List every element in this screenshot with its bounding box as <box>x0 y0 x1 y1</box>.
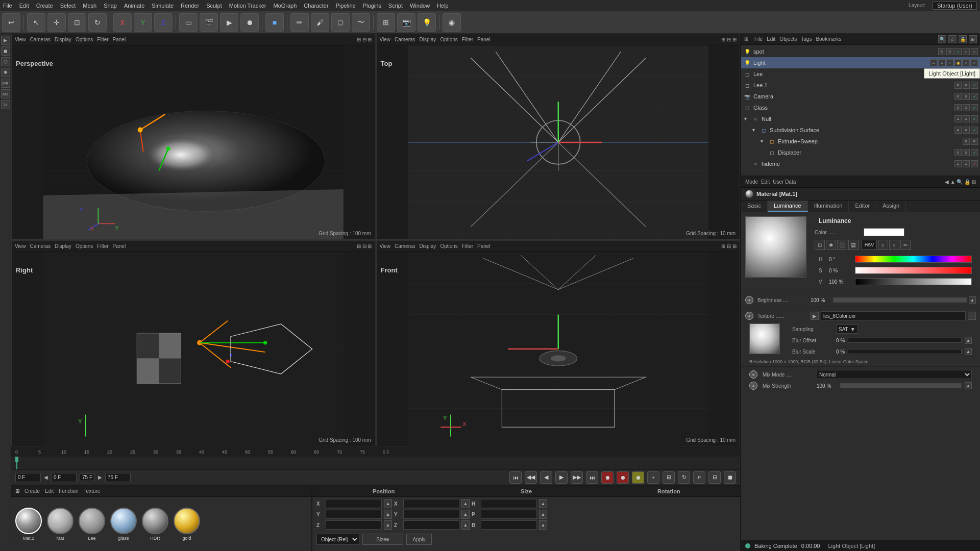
menu-edit[interactable]: Edit <box>19 3 29 9</box>
mix-strength-toggle[interactable]: ● <box>749 382 757 390</box>
obj-lee1[interactable]: ◻ Lee.1 ≡ ≡ ✓ <box>741 80 980 91</box>
tl-btn-extra2[interactable]: ⊞ <box>663 471 675 484</box>
tl-btn-grid[interactable]: ⊟ <box>708 471 721 484</box>
hideme-flag3[interactable]: ✗ <box>971 160 978 167</box>
blur-offset-slider[interactable] <box>848 338 962 343</box>
spot-flag5[interactable]: ○ <box>971 48 978 55</box>
vp-front-options[interactable]: Options <box>440 243 457 249</box>
x-pos-up[interactable]: ▲ <box>384 499 392 508</box>
start-frame-input[interactable] <box>15 473 41 482</box>
obj-camera[interactable]: 📷 Camera ≡ ≡ ✓ <box>741 91 980 102</box>
light-flag5[interactable]: ○ <box>963 59 970 66</box>
menu-motion-tracker[interactable]: Motion Tracker <box>229 3 266 9</box>
h-rot-up[interactable]: ▲ <box>539 499 547 508</box>
glass-flag1[interactable]: ≡ <box>954 104 962 111</box>
obj-expand-btn[interactable]: ⊞ <box>969 35 977 43</box>
timeline-track[interactable] <box>11 457 740 469</box>
mat-menu-create[interactable]: Create <box>24 488 40 494</box>
spot-flag3[interactable]: ✓ <box>954 48 962 55</box>
vp-front-display[interactable]: Display <box>420 243 436 249</box>
menu-sculpt[interactable]: Sculpt <box>206 3 222 9</box>
null-flag2[interactable]: ≡ <box>963 115 970 122</box>
color-tool-4[interactable]: 🖼 <box>848 240 859 250</box>
spot-flag1[interactable]: ≡ <box>938 48 945 55</box>
obj-glass[interactable]: ◻ Glass ≡ ≡ ✓ <box>741 102 980 113</box>
end-frame-input[interactable] <box>105 473 131 482</box>
cube-view[interactable]: ■ <box>265 13 284 32</box>
material-lee[interactable]: Lee <box>79 508 105 541</box>
y-pos-input[interactable]: 54.792 mm <box>326 510 382 519</box>
viewport-right[interactable]: View Cameras Display Options Filter Pane… <box>11 240 376 446</box>
brush-tool[interactable]: 🖌 <box>311 13 329 32</box>
light-tool[interactable]: 💡 <box>418 13 436 32</box>
viewport-perspective[interactable]: View Cameras Display Options Filter Pane… <box>11 34 376 240</box>
sidebar-btn-1[interactable]: ▶ <box>1 36 10 45</box>
vp-right-cameras[interactable]: Cameras <box>30 243 51 249</box>
z-pos-input[interactable]: 13.679 mm <box>326 520 382 530</box>
scale-tool[interactable]: ⊡ <box>68 13 86 32</box>
extrude-flag2[interactable]: ≡ <box>971 138 978 145</box>
vp-top-filter[interactable]: Filter <box>462 37 473 42</box>
object-mode-select[interactable]: Object (Rel) <box>316 534 359 545</box>
vp-front-cameras[interactable]: Cameras <box>395 243 415 249</box>
y-axis-btn[interactable]: Y <box>134 13 152 32</box>
sidebar-btn-2[interactable]: ◼ <box>1 46 10 56</box>
subdiv-flag2[interactable]: ≡ <box>963 127 970 134</box>
select-tool[interactable]: ↖ <box>27 13 45 32</box>
p-rot-up[interactable]: ▲ <box>539 510 547 519</box>
mat-tab-basic[interactable]: Basic <box>741 201 768 212</box>
menu-create[interactable]: Create <box>36 3 53 9</box>
obj-null[interactable]: ▼ ○ Null ≡ ≡ ✓ <box>741 113 980 124</box>
vp-view-menu[interactable]: View <box>15 37 26 42</box>
menu-mograph[interactable]: MoGraph <box>273 3 297 9</box>
y-size-input[interactable]: 400 mm <box>403 510 459 519</box>
tl-record-2[interactable]: ⏺ <box>617 471 629 484</box>
mat-tab-editor[interactable]: Editor <box>849 201 876 212</box>
vp-top-view[interactable]: View <box>380 37 391 42</box>
menu-pipeline[interactable]: Pipeline <box>336 3 356 9</box>
texture-extra-btn[interactable]: ⋯ <box>968 312 976 320</box>
x-size-input[interactable]: 400 mm <box>403 499 459 508</box>
color-tool-6[interactable]: ≡ <box>889 240 899 250</box>
mix-strength-slider[interactable] <box>840 383 962 388</box>
tl-step-forward[interactable]: ▶▶ <box>571 471 583 484</box>
obj-bookmarks-menu[interactable]: Bookmarks <box>816 36 841 42</box>
vp-top-cameras[interactable]: Cameras <box>395 37 415 42</box>
cam-flag1[interactable]: ≡ <box>954 93 962 100</box>
vp-right-options[interactable]: Options <box>76 243 93 249</box>
b-rot-up[interactable]: ▲ <box>539 520 547 530</box>
spot-flag2[interactable]: ≡ <box>946 48 953 55</box>
hideme-flag1[interactable]: ≡ <box>954 160 962 167</box>
color-tool-5[interactable]: ≡ <box>878 240 888 250</box>
tl-btn-extra1[interactable]: + <box>647 471 659 484</box>
z-pos-up[interactable]: ▲ <box>384 520 392 530</box>
vp-right-display[interactable]: Display <box>55 243 71 249</box>
b-rot-input[interactable]: 0 ° <box>481 520 537 530</box>
polygon-tool[interactable]: ⬡ <box>331 13 350 32</box>
mat-edit-label[interactable]: Edit <box>761 179 770 185</box>
menu-character[interactable]: Character <box>304 3 328 9</box>
menu-script[interactable]: Script <box>388 3 403 9</box>
blur-offset-arrow[interactable]: ▲ <box>965 337 972 344</box>
y-size-up[interactable]: ▲ <box>461 510 470 519</box>
vp-top-resize[interactable]: ⊞ ⊟ ⊞ <box>721 37 737 42</box>
obj-displacer[interactable]: ◻ Displacer ≡ ≡ ✓ <box>741 147 980 158</box>
cam-flag2[interactable]: ≡ <box>963 93 970 100</box>
mat-userdata-label[interactable]: User Data <box>773 179 796 185</box>
menu-help[interactable]: Help <box>437 3 449 9</box>
color-swatch[interactable] <box>864 228 904 236</box>
obj-light[interactable]: 💡 Light ≡ ≡ ✓ ◉ ○ ○ Light Object [Light] <box>741 57 980 68</box>
y-pos-up[interactable]: ▲ <box>384 510 392 519</box>
brightness-arrow[interactable]: ▲ <box>969 296 976 304</box>
sidebar-btn-3[interactable]: ⬡ <box>1 57 10 66</box>
material-mat[interactable]: Mat <box>47 508 74 541</box>
h-rot-input[interactable]: 180 ° <box>481 499 537 508</box>
mat-tab-illumination[interactable]: Illumination <box>808 201 849 212</box>
x-pos-input[interactable]: 0 mm <box>326 499 382 508</box>
extrude-expand-icon[interactable]: ▼ <box>760 139 766 144</box>
s-slider[interactable] <box>855 267 972 274</box>
menu-animate[interactable]: Animate <box>124 3 144 9</box>
vp-top-panel[interactable]: Panel <box>477 37 491 42</box>
material-gold[interactable]: gold <box>174 508 200 541</box>
layout-selector[interactable]: Startup (User) <box>933 2 977 10</box>
